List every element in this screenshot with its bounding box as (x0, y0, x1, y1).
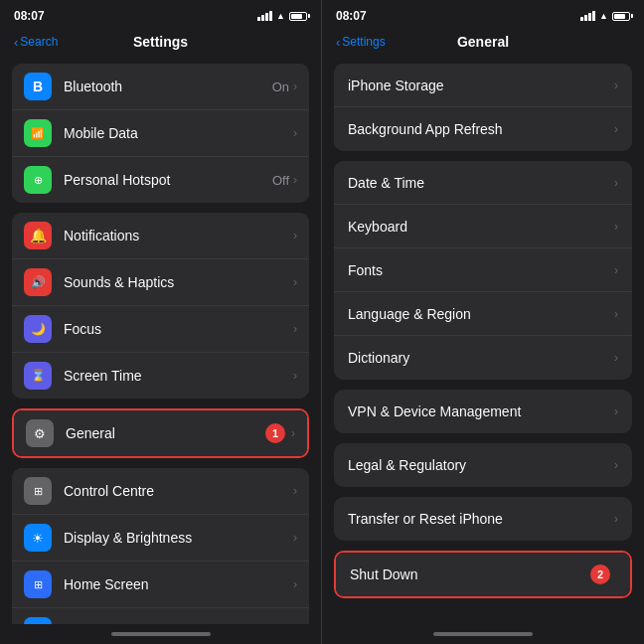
notifications-label: Notifications (64, 228, 293, 243)
language-region-label: Language & Region (348, 306, 614, 322)
keyboard-label: Keyboard (348, 219, 614, 235)
screen-time-row[interactable]: ⌛ Screen Time › (12, 353, 309, 399)
dictionary-row[interactable]: Dictionary › (334, 336, 632, 380)
right-back-chevron-icon: ‹ (336, 35, 340, 50)
sounds-chevron: › (293, 275, 297, 289)
iphone-storage-label: iPhone Storage (348, 78, 614, 93)
iphone-storage-chevron: › (614, 79, 618, 92)
personal-hotspot-chevron: › (293, 173, 297, 187)
notifications-chevron: › (293, 229, 297, 242)
mobile-data-icon: 📶 (24, 119, 52, 147)
bluetooth-row[interactable]: B Bluetooth On › (12, 64, 309, 110)
left-nav-bar: ‹ Search Settings (0, 28, 321, 58)
bluetooth-value: On (272, 80, 289, 94)
general-row[interactable]: ⚙ General 1 › (14, 410, 307, 456)
focus-icon: 🌙 (24, 315, 52, 343)
right-battery-icon (612, 12, 630, 21)
accessibility-row[interactable]: ♿ Accessibility › (12, 608, 309, 624)
fonts-row[interactable]: Fonts › (334, 248, 632, 292)
left-status-icons: ▲ (257, 11, 307, 21)
transfer-reset-row[interactable]: Transfer or Reset iPhone › (334, 497, 632, 541)
legal-group: Legal & Regulatory › (334, 443, 632, 487)
dictionary-label: Dictionary (348, 350, 614, 366)
personal-hotspot-value: Off (272, 173, 289, 188)
screen-time-chevron: › (293, 369, 297, 383)
personal-hotspot-icon: ⊕ (24, 166, 52, 194)
right-scroll-content: iPhone Storage › Background App Refresh … (322, 58, 644, 624)
left-panel: 08:07 ▲ ‹ Search Settings B (0, 0, 322, 644)
left-back-button[interactable]: ‹ Search (14, 35, 58, 50)
notifications-row[interactable]: 🔔 Notifications › (12, 213, 309, 259)
shutdown-row[interactable]: Shut Down 2 (336, 553, 630, 596)
datetime-group: Date & Time › Keyboard › Fonts › Languag… (334, 161, 632, 380)
screen-time-label: Screen Time (64, 368, 293, 384)
vpn-group: VPN & Device Management › (334, 390, 632, 433)
focus-label: Focus (64, 321, 293, 337)
legal-regulatory-row[interactable]: Legal & Regulatory › (334, 443, 632, 487)
keyboard-chevron: › (614, 220, 618, 234)
personal-hotspot-label: Personal Hotspot (64, 172, 272, 188)
left-time: 08:07 (14, 9, 45, 23)
left-home-indicator (0, 624, 321, 644)
display-brightness-row[interactable]: ☀ Display & Brightness › (12, 515, 309, 562)
left-back-label: Search (20, 35, 58, 49)
shutdown-group: Shut Down 2 (334, 551, 632, 598)
background-app-refresh-row[interactable]: Background App Refresh › (334, 107, 632, 151)
date-time-chevron: › (614, 176, 618, 190)
control-centre-icon: ⊞ (24, 477, 52, 505)
general-icon: ⚙ (26, 419, 54, 447)
signal-icon (257, 11, 272, 21)
sounds-haptics-row[interactable]: 🔊 Sounds & Haptics › (12, 259, 309, 306)
sounds-haptics-label: Sounds & Haptics (64, 274, 293, 290)
battery-icon (289, 12, 307, 21)
focus-row[interactable]: 🌙 Focus › (12, 306, 309, 353)
right-wifi-icon: ▲ (599, 11, 608, 21)
right-status-bar: 08:07 ▲ (322, 0, 644, 28)
vpn-device-management-chevron: › (614, 404, 618, 418)
right-nav-bar: ‹ Settings General (322, 28, 644, 58)
fonts-chevron: › (614, 263, 618, 277)
fonts-label: Fonts (348, 262, 614, 278)
transfer-reset-label: Transfer or Reset iPhone (348, 511, 614, 527)
left-status-bar: 08:07 ▲ (0, 0, 321, 28)
right-panel: 08:07 ▲ ‹ Settings General iPhone Stora (322, 0, 644, 644)
dictionary-chevron: › (614, 351, 618, 365)
left-scroll-content: B Bluetooth On › 📶 Mobile Data › ⊕ Perso… (0, 58, 321, 624)
accessibility-icon: ♿ (24, 617, 52, 624)
bluetooth-chevron: › (293, 80, 297, 93)
right-time: 08:07 (336, 9, 367, 23)
shutdown-badge: 2 (590, 564, 610, 584)
right-back-label: Settings (342, 35, 385, 49)
left-page-title: Settings (133, 34, 188, 50)
language-region-chevron: › (614, 307, 618, 321)
right-status-icons: ▲ (580, 11, 630, 21)
general-label: General (66, 425, 265, 441)
bluetooth-label: Bluetooth (64, 79, 272, 94)
background-app-refresh-label: Background App Refresh (348, 121, 614, 137)
right-back-button[interactable]: ‹ Settings (336, 35, 386, 50)
control-centre-row[interactable]: ⊞ Control Centre › (12, 468, 309, 515)
general-highlighted-group: ⚙ General 1 › (12, 408, 309, 458)
sounds-icon: 🔊 (24, 268, 52, 296)
shutdown-label: Shut Down (350, 566, 590, 582)
display-brightness-chevron: › (293, 531, 297, 545)
vpn-device-management-row[interactable]: VPN & Device Management › (334, 390, 632, 433)
transfer-group: Transfer or Reset iPhone › (334, 497, 632, 541)
date-time-row[interactable]: Date & Time › (334, 161, 632, 205)
iphone-storage-row[interactable]: iPhone Storage › (334, 64, 632, 107)
wifi-icon: ▲ (276, 11, 285, 21)
back-chevron-icon: ‹ (14, 35, 18, 50)
personal-hotspot-row[interactable]: ⊕ Personal Hotspot Off › (12, 157, 309, 203)
vpn-device-management-label: VPN & Device Management (348, 403, 614, 419)
transfer-reset-chevron: › (614, 512, 618, 526)
mobile-data-label: Mobile Data (64, 125, 293, 141)
home-screen-row[interactable]: ⊞ Home Screen › (12, 562, 309, 608)
language-region-row[interactable]: Language & Region › (334, 292, 632, 336)
keyboard-row[interactable]: Keyboard › (334, 205, 632, 248)
notifications-icon: 🔔 (24, 222, 52, 249)
display-brightness-icon: ☀ (24, 524, 52, 552)
focus-chevron: › (293, 322, 297, 336)
general-badge: 1 (265, 423, 285, 443)
mobile-data-row[interactable]: 📶 Mobile Data › (12, 110, 309, 157)
bluetooth-icon: B (24, 73, 52, 100)
